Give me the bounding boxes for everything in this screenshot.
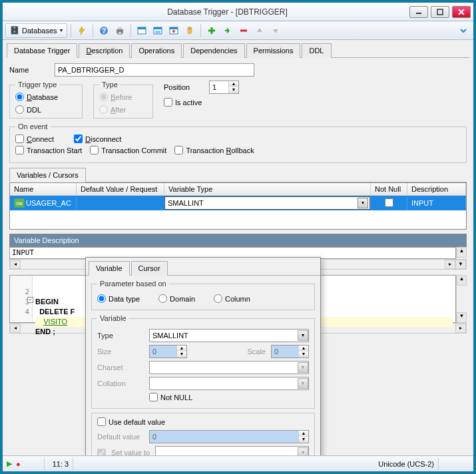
radio-database[interactable]	[15, 93, 24, 101]
use-default-checkbox[interactable]	[97, 417, 106, 426]
default-value-input: ▲▼	[149, 430, 309, 443]
radio-domain[interactable]	[158, 294, 167, 303]
help-icon[interactable]: ?	[97, 23, 111, 38]
tab-description[interactable]: Description	[79, 43, 130, 58]
chevron-down-icon[interactable]: ▾	[357, 198, 368, 208]
collapse-icon[interactable]	[456, 23, 471, 38]
maximize-button[interactable]	[431, 6, 449, 18]
table-row[interactable]: VarUSAGER_AC SMALLINT ▾ INPUT	[10, 196, 466, 210]
disconnect-checkbox[interactable]	[74, 134, 83, 143]
variable-legend: Variable	[97, 314, 129, 322]
size-input: ▲▼	[149, 345, 187, 358]
col-name[interactable]: Name	[10, 183, 77, 195]
radio-column[interactable]	[214, 294, 222, 303]
col-notnull[interactable]: Not Null	[371, 183, 407, 195]
databases-label: Databases	[22, 27, 57, 35]
scale-label: Scale	[192, 348, 266, 356]
position-input[interactable]	[210, 83, 228, 91]
svg-point-16	[172, 30, 175, 33]
window2-icon[interactable]	[150, 23, 165, 38]
collation-label: Collation	[97, 379, 144, 387]
name-input[interactable]	[55, 63, 254, 77]
row-name: USAGER_AC	[26, 199, 71, 207]
is-active-label: Is active	[175, 99, 202, 107]
fold-icon[interactable]: −	[27, 297, 33, 303]
is-active-checkbox[interactable]	[164, 98, 172, 107]
position-label: Position	[164, 83, 204, 91]
position-spinner[interactable]: ▲▼	[209, 81, 239, 94]
code-vscroll[interactable]: ▲▼	[456, 275, 467, 323]
svg-rect-10	[138, 27, 146, 29]
size-label: Size	[97, 348, 144, 356]
radio-after	[99, 105, 108, 114]
param-legend: Parameter based on	[97, 280, 169, 288]
radio-before-label: Before	[111, 93, 132, 101]
tab-variable[interactable]: Variable	[89, 261, 130, 276]
remove-icon[interactable]	[236, 23, 251, 38]
spin-up-icon[interactable]: ▲	[229, 81, 238, 87]
radio-after-label: After	[111, 106, 126, 114]
default-value-label: Default value	[97, 433, 144, 441]
statusbar: ▶ ● 11: 3 Unicode (UCS-2)	[3, 455, 473, 471]
notnull-checkbox[interactable]	[149, 393, 158, 401]
print-icon[interactable]	[113, 23, 127, 38]
add-icon[interactable]	[204, 23, 219, 38]
svg-rect-13	[155, 31, 160, 33]
databases-dropdown[interactable]: 🗄️ Databases ▾	[5, 23, 67, 38]
radio-datatype[interactable]	[97, 294, 106, 303]
radio-database-label: Database	[27, 93, 58, 101]
type-select[interactable]: SMALLINT ▾	[149, 329, 309, 342]
row-type-dropdown[interactable]: SMALLINT ▾	[164, 196, 370, 210]
close-button[interactable]	[452, 6, 471, 18]
record-icon[interactable]: ●	[16, 460, 21, 468]
play-icon[interactable]: ▶	[7, 459, 12, 468]
lightning-icon[interactable]	[75, 23, 89, 38]
trigger-type-fieldset: Trigger type Database DDL	[9, 81, 83, 118]
trigger-type-legend: Trigger type	[15, 81, 59, 89]
param-fieldset: Parameter based on Data type Domain Colu…	[91, 280, 315, 310]
down-icon[interactable]	[268, 23, 283, 38]
window1-icon[interactable]	[134, 23, 149, 38]
radio-column-label: Column	[225, 295, 250, 303]
name-label: Name	[9, 66, 49, 74]
set-value-label: Set value to	[111, 449, 150, 455]
charset-select: ▾	[149, 361, 309, 374]
tab-dependencies[interactable]: Dependencies	[183, 43, 244, 58]
radio-ddl-label: DDL	[27, 106, 41, 114]
row-default	[77, 202, 164, 204]
hand-icon[interactable]	[182, 23, 197, 38]
connect-checkbox[interactable]	[15, 134, 24, 143]
variable-fieldset: Variable Type SMALLINT ▾ Size ▲▼ Scale ▲…	[91, 314, 315, 409]
tab-permissions[interactable]: Permissions	[246, 43, 301, 58]
radio-before	[99, 93, 108, 101]
col-type[interactable]: Variable Type	[164, 183, 371, 195]
up-icon[interactable]	[252, 23, 267, 38]
arrow-right-icon[interactable]	[220, 23, 235, 38]
tab-database-trigger[interactable]: Database Trigger	[7, 43, 77, 58]
window3-icon[interactable]	[166, 23, 181, 38]
main-tabs: Database Trigger Description Operations …	[7, 43, 469, 58]
tcommit-checkbox[interactable]	[90, 146, 99, 154]
window-root: Database Trigger - [DBTRIGGER] 🗄️ Databa…	[2, 2, 474, 472]
encoding-label: Unicode (UCS-2)	[374, 458, 439, 470]
variable-description-title: Variable Description	[9, 234, 467, 247]
col-desc[interactable]: Description	[407, 183, 466, 195]
minimize-button[interactable]	[409, 6, 428, 18]
tab-ddl[interactable]: DDL	[302, 43, 331, 58]
tab-cursor[interactable]: Cursor	[131, 261, 168, 276]
svg-rect-12	[154, 27, 162, 29]
disconnect-label: Disconnect	[85, 135, 121, 143]
spin-down-icon[interactable]: ▼	[229, 87, 238, 93]
radio-ddl[interactable]	[15, 105, 24, 114]
default-fieldset: Use default value Default value ▲▼ Set v…	[91, 413, 315, 455]
trollback-checkbox[interactable]	[174, 146, 183, 154]
cursor-position: 11: 3	[49, 458, 73, 470]
chevron-down-icon[interactable]: ▾	[298, 330, 308, 341]
tab-variables-cursors[interactable]: Variables / Cursors	[9, 168, 86, 182]
col-default[interactable]: Default Value / Request	[77, 183, 164, 195]
tstart-checkbox[interactable]	[15, 146, 24, 154]
on-event-legend: On event	[15, 122, 51, 130]
row-notnull-checkbox[interactable]	[385, 198, 393, 207]
desc-vscroll[interactable]: ▲	[456, 247, 467, 259]
tab-operations[interactable]: Operations	[131, 43, 182, 58]
